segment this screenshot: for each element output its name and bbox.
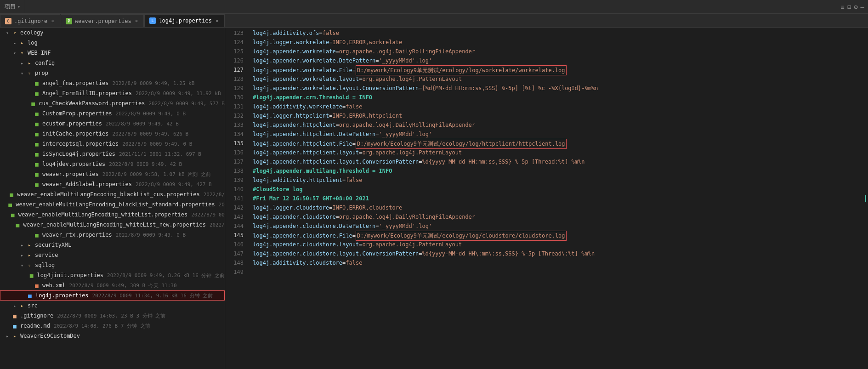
line-number: 149 [225, 267, 244, 277]
tree-item[interactable]: ■weaver_enableMultiLangEncoding_whiteLis… [0, 220, 225, 230]
code-lines: log4j.additivity.ofs=falselog4j.logger.w… [248, 28, 862, 369]
code-line: log4j.appender.cloudstore.layout=org.apa… [253, 240, 862, 249]
tab-weaver[interactable]: P weaver.properties × [61, 14, 144, 27]
tree-item[interactable]: ▾▿sqllog [0, 260, 225, 270]
tree-item-meta: 2022/8/9 0009 9:49, 8.26 kB 16 分钟 之前 [107, 272, 225, 279]
file-prop-icon: ■ [33, 79, 40, 87]
tree-item[interactable]: ■interceptsql.properties2022/8/9 0009 9:… [0, 139, 225, 149]
tree-item-label: log [28, 40, 38, 46]
tree-item[interactable]: ▸▸securityXML [0, 240, 225, 250]
line-number: 136 [225, 148, 244, 157]
tree-item[interactable]: ■cus_CheckWeakPassword.properties2022/8/… [0, 98, 225, 108]
tree-item[interactable]: ■log4jinit.properties2022/8/9 0009 9:49,… [0, 270, 225, 280]
file-prop-icon: ■ [33, 160, 40, 168]
tree-item-label: readme.md [20, 323, 50, 329]
file-prop-icon: ■ [33, 110, 40, 117]
tree-item[interactable]: ■web.xml2022/8/9 0009 9:49, 309 B 今天 11:… [0, 280, 225, 290]
tree-item[interactable]: ▸▸service [0, 250, 225, 260]
tab-weaver-close[interactable]: × [134, 17, 139, 24]
code-line: log4j.logger.httpclient=INFO,ERROR,httpc… [253, 111, 862, 120]
tree-item[interactable]: ▾▿prop [0, 68, 225, 78]
code-line [253, 267, 862, 277]
line-number: 141 [225, 194, 244, 203]
collapse-icon[interactable]: ⊟ [847, 3, 851, 11]
tree-arrow[interactable]: ▾ [11, 51, 18, 56]
file-prop-icon: ■ [29, 100, 37, 107]
log4j-tab-icon: L [149, 17, 156, 24]
file-tree[interactable]: ▾▿ecology▸▸log▾▿WEB-INF▸▸config▾▿prop ■a… [0, 28, 225, 369]
tree-item-meta: 2022/8/9 0009 9:49, 0 B [116, 232, 186, 238]
code-line: log4j.logger.workrelate=INFO,ERROR,workr… [253, 38, 862, 47]
tree-item[interactable]: ■CustomProp.properties2022/8/9 0009 9:49… [0, 108, 225, 119]
tree-item[interactable]: ■ecustom.properties2022/8/9 0009 9:49, 4… [0, 119, 225, 129]
code-line: log4j.appender.httpclient.layout.Convers… [253, 157, 862, 166]
tree-no-arrow [26, 121, 33, 126]
tree-arrow[interactable]: ▸ [18, 61, 26, 66]
tree-item[interactable]: ▾▿ecology [0, 28, 225, 38]
tree-item-meta: 2022/8/9 0009 14:03, 23 B 3 分钟 之前 [57, 312, 165, 319]
tab-gitignore[interactable]: G .gitignore × [0, 14, 60, 27]
tab-gitignore-close[interactable]: × [50, 17, 55, 24]
tree-arrow[interactable]: ▸ [18, 243, 26, 248]
weaver-tab-icon: P [66, 18, 72, 24]
tree-item[interactable]: ■weaver_AddSlabel.properties2022/8/9 000… [0, 179, 225, 189]
tree-item[interactable]: ■weaver_enableMultiLangEncoding_blackLis… [0, 199, 225, 210]
tree-item-meta: 2022/8/9 0009 9:49, 42 B [106, 121, 179, 127]
top-bar: 项目 ▾ ≡ ⊟ ⚙ — [0, 0, 868, 14]
tree-item-label: cus_CheckWeakPassword.properties [39, 100, 145, 107]
code-editor: 1231241251261271281291301311321331341351… [225, 28, 862, 369]
tree-arrow[interactable]: ▾ [18, 71, 26, 76]
tree-item[interactable]: ■log4jdev.properties2022/8/9 0009 9:49, … [0, 159, 225, 169]
tree-item-label: weaver_AddSlabel.properties [42, 181, 132, 187]
tree-item[interactable]: ■.gitignore2022/8/9 0009 14:03, 23 B 3 分… [0, 311, 225, 321]
line-number: 143 [225, 212, 244, 221]
tree-item[interactable]: ▸▸WeaverEc9CustomDev [0, 331, 225, 341]
tree-arrow[interactable]: ▸ [11, 40, 18, 45]
settings-icon[interactable]: ⚙ [854, 3, 857, 11]
tree-arrow[interactable]: ▸ [18, 253, 26, 258]
tree-item-label: interceptsql.properties [42, 141, 119, 147]
tree-item[interactable]: ■weaver_enableMultiLangEncoding_blackLis… [0, 189, 225, 199]
project-menu[interactable]: 项目 ▾ [0, 0, 25, 13]
tree-item-label: ecustom.properties [42, 120, 102, 127]
tree-item-meta: 20 [219, 202, 225, 208]
tree-arrow[interactable]: ▸ [4, 334, 11, 339]
tree-item[interactable]: ■log4j.properties2022/8/9 0009 11:34, 9.… [0, 290, 225, 301]
code-line: log4j.appender.httpclient=org.apache.log… [253, 120, 862, 130]
tree-item[interactable]: ■isSyncLog4j.properties2021/11/1 0001 11… [0, 149, 225, 159]
align-icon[interactable]: ≡ [840, 3, 844, 11]
tree-no-arrow [26, 162, 33, 167]
tree-item[interactable]: ▾▿WEB-INF [0, 48, 225, 58]
tab-log4j-close[interactable]: × [215, 17, 220, 24]
tree-item[interactable]: ▸▸config [0, 58, 225, 68]
tree-item-meta: 2022/8/9 0009 11:34, 9.16 kB 16 分钟 之前 [92, 292, 213, 299]
tree-item[interactable]: ▸▸src [0, 301, 225, 311]
tree-item-label: config [35, 60, 55, 66]
tree-item[interactable]: ■readme.md2022/8/9 14:08, 276 B 7 分钟 之前 [0, 321, 225, 331]
tree-item-label: initCache.properties [42, 131, 109, 137]
code-content[interactable]: 1231241251261271281291301311321331341351… [225, 28, 862, 369]
folder-icon: ▿ [26, 261, 33, 269]
file-prop-icon: ■ [8, 191, 15, 198]
tab-log4j[interactable]: L log4j.properties × [144, 14, 224, 27]
tree-item[interactable]: ■initCache.properties2022/8/9 0009 9:49,… [0, 129, 225, 139]
project-dropdown-icon[interactable]: ▾ [17, 4, 20, 9]
tree-item-label: ecology [20, 29, 44, 36]
tree-no-arrow [23, 101, 29, 106]
minimize-icon[interactable]: — [861, 3, 864, 11]
tree-item[interactable]: ■angel_fna.properties2022/8/9 0009 9:49,… [0, 78, 225, 88]
tree-item-label: securityXML [35, 242, 71, 248]
tree-arrow[interactable]: ▸ [11, 303, 18, 308]
tree-item[interactable]: ▸▸log [0, 38, 225, 48]
code-line: log4j.additivity.ofs=false [253, 28, 862, 38]
tree-item[interactable]: ■Angel_FormBillID.properties2022/8/9 000… [0, 88, 225, 98]
line-number: 125 [225, 47, 244, 56]
file-prop-icon: ■ [14, 221, 22, 228]
tree-item[interactable]: ■weaver_enableMultiLangEncoding_whiteLis… [0, 210, 225, 220]
project-label-text: 项目 [5, 3, 16, 11]
code-line: log4j.appender.workrelate.layout.Convers… [253, 84, 862, 93]
tree-item[interactable]: ■weaver.properties2022/8/9 0009 9:58, 1.… [0, 169, 225, 179]
tree-item[interactable]: ■weaver_rtx.properties2022/8/9 0009 9:49… [0, 230, 225, 240]
tree-arrow[interactable]: ▾ [4, 30, 11, 35]
tree-arrow[interactable]: ▾ [18, 263, 26, 268]
